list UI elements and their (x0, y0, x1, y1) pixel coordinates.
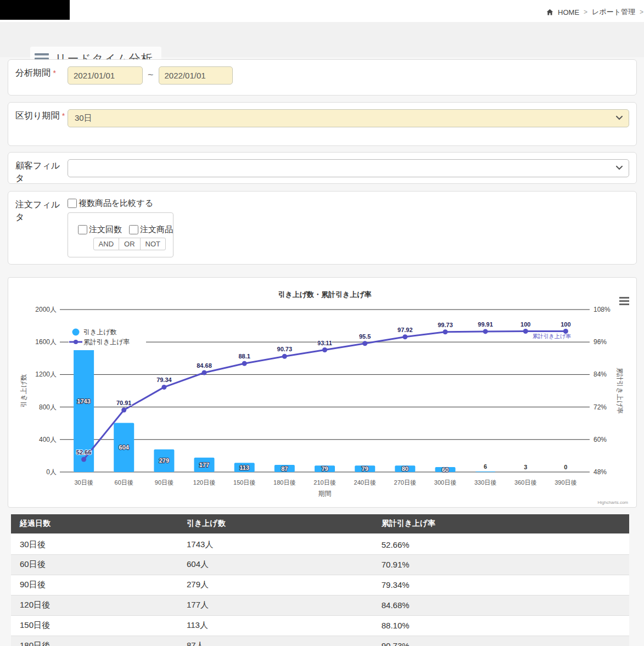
legend-bar-marker (72, 329, 80, 336)
breadcrumb-report-management[interactable]: レポート管理 (592, 7, 635, 17)
required-mark: * (53, 69, 55, 77)
home-icon (546, 9, 553, 16)
svg-text:72%: 72% (593, 403, 607, 411)
header-bar: HOME > レポート管理 > (0, 0, 644, 22)
table-cell: 84.68% (373, 595, 629, 615)
chevron-down-icon (616, 116, 623, 120)
order-product-label[interactable]: 注文商品 (140, 224, 173, 235)
date-range-separator: ~ (148, 69, 154, 81)
table-cell: 30日後 (11, 534, 178, 554)
svg-text:96%: 96% (593, 338, 607, 346)
svg-text:0人: 0人 (46, 468, 57, 476)
svg-text:95.5: 95.5 (359, 333, 371, 340)
line-point[interactable] (242, 361, 247, 366)
svg-text:279: 279 (159, 457, 169, 464)
period-from-input[interactable] (68, 66, 143, 85)
svg-text:3: 3 (524, 464, 527, 470)
x-axis-title: 期間 (318, 490, 332, 497)
or-button[interactable]: OR (119, 238, 141, 250)
svg-text:270日後: 270日後 (394, 479, 416, 486)
svg-text:84.68: 84.68 (197, 362, 212, 369)
x-axis-labels: 30日後60日後90日後120日後150日後180日後210日後240日後270… (74, 479, 576, 486)
chevron-down-icon (616, 166, 623, 170)
svg-text:1200人: 1200人 (35, 370, 57, 378)
line-point[interactable] (161, 385, 166, 390)
table-cell: 180日後 (11, 636, 178, 646)
table-cell: 604人 (178, 554, 373, 575)
breadcrumb: HOME > レポート管理 > (546, 7, 643, 17)
compare-products-label[interactable]: 複数商品を比較する (79, 198, 153, 209)
compare-products-checkbox[interactable] (68, 199, 77, 208)
svg-text:90日後: 90日後 (155, 479, 173, 486)
svg-text:100: 100 (520, 321, 530, 328)
line-point[interactable] (483, 329, 488, 334)
period-to-input[interactable] (159, 66, 233, 85)
col-pullup-count: 引き上げ数 (178, 514, 373, 534)
svg-text:60日後: 60日後 (115, 479, 133, 486)
table-cell: 90.73% (373, 636, 629, 646)
required-mark: * (62, 111, 65, 120)
table-cell: 279人 (178, 575, 373, 595)
analysis-period-row: 分析期間 * ~ (8, 59, 637, 96)
table-cell: 88.10% (373, 615, 629, 636)
title-band: リードタイム分析 レポート更新 ダウンロード (0, 22, 644, 57)
svg-text:70.91: 70.91 (116, 400, 132, 406)
customer-filter-label: 顧客フィルタ (15, 159, 68, 177)
order-count-checkbox[interactable] (78, 225, 87, 234)
legend-line-marker (74, 340, 78, 344)
order-count-label[interactable]: 注文回数 (89, 224, 122, 235)
not-button[interactable]: NOT (140, 238, 166, 250)
svg-text:累計引き上げ率: 累計引き上げ率 (83, 338, 130, 346)
line-point[interactable] (443, 329, 448, 334)
analysis-table: 経過日数 引き上げ数 累計引き上げ率 30日後1743人52.66%60日後60… (11, 514, 629, 646)
svg-text:99.91: 99.91 (478, 321, 493, 328)
table-row: 90日後279人79.34% (11, 575, 629, 595)
svg-text:800人: 800人 (39, 403, 57, 411)
svg-text:30日後: 30日後 (74, 479, 93, 486)
order-product-checkbox[interactable] (129, 225, 138, 234)
line-point[interactable] (121, 408, 126, 413)
svg-text:97.92: 97.92 (397, 327, 413, 333)
line-labels: 52.6670.9179.3484.6888.190.7393.1195.597… (76, 321, 571, 456)
svg-text:400人: 400人 (39, 436, 57, 443)
and-button[interactable]: AND (93, 238, 119, 250)
highcharts-credit[interactable]: Highcharts.com (597, 500, 628, 505)
svg-text:87: 87 (281, 465, 288, 472)
svg-text:240日後: 240日後 (354, 479, 376, 486)
breadcrumb-home[interactable]: HOME (558, 8, 579, 16)
bar-labels: 17436042791771138779798060630 (77, 398, 567, 473)
line-point[interactable] (322, 347, 327, 352)
analysis-period-label: 分析期間 * (15, 66, 68, 88)
interval-select-value: 30日 (75, 113, 92, 123)
line-point[interactable] (362, 341, 367, 346)
leadtime-pareto-chart: 2000人108%1600人96%1200人84%800人72%400人60%0… (8, 278, 636, 507)
customer-filter-select[interactable] (68, 159, 629, 177)
svg-text:79: 79 (362, 465, 368, 472)
order-filter-label: 注文フィルタ (15, 198, 68, 257)
chart-context-menu-button[interactable] (619, 297, 629, 305)
svg-text:390日後: 390日後 (555, 479, 576, 486)
svg-text:180日後: 180日後 (273, 479, 295, 486)
table-cell: 113人 (178, 615, 373, 636)
order-filter-row: 注文フィルタ 複数商品を比較する 注文回数 注文商品 AND OR NOT (8, 191, 637, 265)
operator-button-group: AND OR NOT (93, 238, 166, 250)
table-cell: 52.66% (373, 534, 629, 554)
svg-text:79.34: 79.34 (156, 377, 172, 383)
line-point[interactable] (523, 329, 528, 334)
line-point[interactable] (81, 457, 86, 462)
table-header-row: 経過日数 引き上げ数 累計引き上げ率 (11, 514, 629, 534)
table-cell: 120日後 (11, 595, 178, 615)
customer-filter-row: 顧客フィルタ (8, 152, 637, 184)
line-point[interactable] (202, 370, 207, 375)
svg-text:177: 177 (199, 462, 209, 468)
svg-text:2000人: 2000人 (35, 306, 57, 313)
interval-select[interactable]: 30日 (68, 109, 629, 127)
svg-text:52.66: 52.66 (76, 449, 92, 456)
chart-legend[interactable]: 引き上げ数累計引き上げ率 (69, 325, 146, 350)
interval-row: 区切り期間 * 30日 (8, 102, 637, 146)
table-cell: 79.34% (373, 575, 629, 595)
line-point[interactable] (402, 334, 407, 339)
breadcrumb-separator: > (584, 8, 587, 16)
chart-title: 引き上げ数・累計引き上げ率 (278, 290, 371, 299)
line-point[interactable] (282, 354, 287, 359)
